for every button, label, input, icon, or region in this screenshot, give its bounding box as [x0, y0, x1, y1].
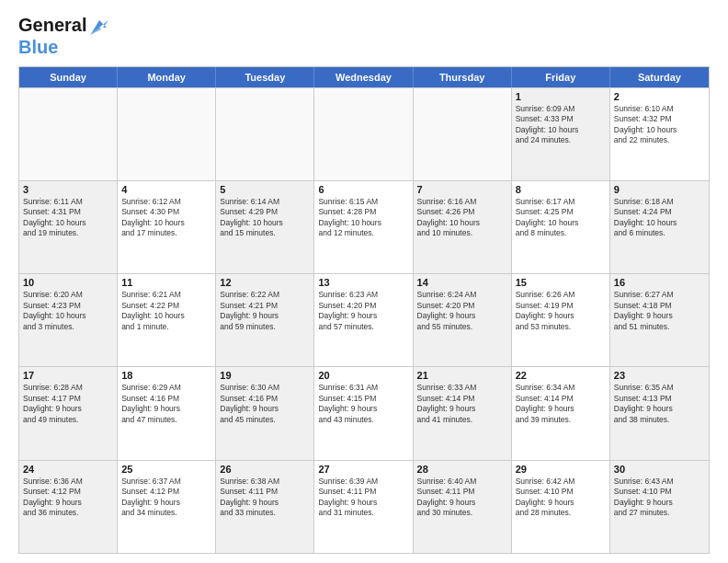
cell-info: Sunrise: 6:42 AM Sunset: 4:10 PM Dayligh… — [516, 477, 606, 519]
day-number: 19 — [220, 370, 310, 381]
logo-icon — [88, 17, 110, 37]
cal-cell: 25Sunrise: 6:37 AM Sunset: 4:12 PM Dayli… — [118, 461, 216, 553]
day-number: 16 — [614, 277, 705, 288]
cell-info: Sunrise: 6:37 AM Sunset: 4:12 PM Dayligh… — [121, 477, 211, 519]
day-number: 27 — [318, 464, 408, 475]
calendar-header: SundayMondayTuesdayWednesdayThursdayFrid… — [19, 67, 709, 87]
cell-info: Sunrise: 6:17 AM Sunset: 4:25 PM Dayligh… — [516, 197, 606, 239]
cal-cell: 17Sunrise: 6:28 AM Sunset: 4:17 PM Dayli… — [19, 367, 118, 459]
day-number: 22 — [516, 370, 606, 381]
day-number: 6 — [318, 184, 408, 195]
cell-info: Sunrise: 6:31 AM Sunset: 4:15 PM Dayligh… — [318, 383, 408, 425]
cal-cell — [216, 88, 314, 180]
cal-cell: 3Sunrise: 6:11 AM Sunset: 4:31 PM Daylig… — [19, 181, 118, 273]
cal-cell: 26Sunrise: 6:38 AM Sunset: 4:11 PM Dayli… — [216, 461, 314, 553]
cal-cell: 21Sunrise: 6:33 AM Sunset: 4:14 PM Dayli… — [414, 367, 512, 459]
cal-cell: 23Sunrise: 6:35 AM Sunset: 4:13 PM Dayli… — [610, 367, 709, 459]
cal-cell: 19Sunrise: 6:30 AM Sunset: 4:16 PM Dayli… — [216, 367, 314, 459]
cal-cell: 7Sunrise: 6:16 AM Sunset: 4:26 PM Daylig… — [414, 181, 512, 273]
cell-info: Sunrise: 6:35 AM Sunset: 4:13 PM Dayligh… — [614, 383, 705, 425]
day-number: 2 — [614, 91, 705, 102]
cell-info: Sunrise: 6:18 AM Sunset: 4:24 PM Dayligh… — [614, 197, 705, 239]
header-day-wednesday: Wednesday — [314, 67, 413, 87]
day-number: 13 — [318, 277, 408, 288]
header-day-thursday: Thursday — [414, 67, 512, 87]
cal-cell: 4Sunrise: 6:12 AM Sunset: 4:30 PM Daylig… — [118, 181, 216, 273]
day-number: 30 — [614, 464, 705, 475]
day-number: 3 — [23, 184, 113, 195]
calendar-row-3: 17Sunrise: 6:28 AM Sunset: 4:17 PM Dayli… — [19, 366, 709, 459]
cal-cell: 6Sunrise: 6:15 AM Sunset: 4:28 PM Daylig… — [314, 181, 413, 273]
cell-info: Sunrise: 6:10 AM Sunset: 4:32 PM Dayligh… — [614, 104, 705, 146]
header-day-sunday: Sunday — [19, 67, 118, 87]
logo: General Blue — [18, 15, 110, 57]
cell-info: Sunrise: 6:33 AM Sunset: 4:14 PM Dayligh… — [417, 383, 507, 425]
cell-info: Sunrise: 6:43 AM Sunset: 4:10 PM Dayligh… — [614, 477, 705, 519]
header-day-saturday: Saturday — [610, 67, 709, 87]
day-number: 24 — [23, 464, 113, 475]
cell-info: Sunrise: 6:30 AM Sunset: 4:16 PM Dayligh… — [220, 383, 310, 425]
calendar-row-0: 1Sunrise: 6:09 AM Sunset: 4:33 PM Daylig… — [19, 87, 709, 180]
day-number: 12 — [220, 277, 310, 288]
cell-info: Sunrise: 6:22 AM Sunset: 4:21 PM Dayligh… — [220, 290, 310, 332]
header-day-monday: Monday — [118, 67, 216, 87]
cal-cell: 28Sunrise: 6:40 AM Sunset: 4:11 PM Dayli… — [414, 461, 512, 553]
cal-cell: 11Sunrise: 6:21 AM Sunset: 4:22 PM Dayli… — [118, 274, 216, 366]
cal-cell: 5Sunrise: 6:14 AM Sunset: 4:29 PM Daylig… — [216, 181, 314, 273]
day-number: 28 — [417, 464, 507, 475]
cal-cell: 1Sunrise: 6:09 AM Sunset: 4:33 PM Daylig… — [512, 88, 610, 180]
cal-cell: 12Sunrise: 6:22 AM Sunset: 4:21 PM Dayli… — [216, 274, 314, 366]
page: General Blue SundayMondayTuesdayWednesda… — [0, 0, 728, 563]
day-number: 15 — [516, 277, 606, 288]
cal-cell — [414, 88, 512, 180]
day-number: 1 — [516, 91, 606, 102]
day-number: 21 — [417, 370, 507, 381]
cal-cell: 10Sunrise: 6:20 AM Sunset: 4:23 PM Dayli… — [19, 274, 118, 366]
cell-info: Sunrise: 6:39 AM Sunset: 4:11 PM Dayligh… — [318, 477, 408, 519]
cell-info: Sunrise: 6:11 AM Sunset: 4:31 PM Dayligh… — [23, 197, 113, 239]
cell-info: Sunrise: 6:24 AM Sunset: 4:20 PM Dayligh… — [417, 290, 507, 332]
day-number: 14 — [417, 277, 507, 288]
logo-text: General — [18, 15, 110, 37]
cell-info: Sunrise: 6:20 AM Sunset: 4:23 PM Dayligh… — [23, 290, 113, 332]
day-number: 11 — [121, 277, 211, 288]
day-number: 5 — [220, 184, 310, 195]
cal-cell: 8Sunrise: 6:17 AM Sunset: 4:25 PM Daylig… — [512, 181, 610, 273]
cell-info: Sunrise: 6:26 AM Sunset: 4:19 PM Dayligh… — [516, 290, 606, 332]
day-number: 7 — [417, 184, 507, 195]
cal-cell: 18Sunrise: 6:29 AM Sunset: 4:16 PM Dayli… — [118, 367, 216, 459]
cell-info: Sunrise: 6:38 AM Sunset: 4:11 PM Dayligh… — [220, 477, 310, 519]
day-number: 25 — [121, 464, 211, 475]
cell-info: Sunrise: 6:27 AM Sunset: 4:18 PM Dayligh… — [614, 290, 705, 332]
day-number: 26 — [220, 464, 310, 475]
cell-info: Sunrise: 6:15 AM Sunset: 4:28 PM Dayligh… — [318, 197, 408, 239]
header-day-tuesday: Tuesday — [216, 67, 314, 87]
cell-info: Sunrise: 6:28 AM Sunset: 4:17 PM Dayligh… — [23, 383, 113, 425]
cal-cell: 24Sunrise: 6:36 AM Sunset: 4:12 PM Dayli… — [19, 461, 118, 553]
cell-info: Sunrise: 6:12 AM Sunset: 4:30 PM Dayligh… — [121, 197, 211, 239]
cal-cell — [19, 88, 118, 180]
logo-blue: Blue — [18, 37, 110, 57]
cell-info: Sunrise: 6:40 AM Sunset: 4:11 PM Dayligh… — [417, 477, 507, 519]
cell-info: Sunrise: 6:09 AM Sunset: 4:33 PM Dayligh… — [516, 104, 606, 146]
cell-info: Sunrise: 6:23 AM Sunset: 4:20 PM Dayligh… — [318, 290, 408, 332]
cell-info: Sunrise: 6:14 AM Sunset: 4:29 PM Dayligh… — [220, 197, 310, 239]
cal-cell: 16Sunrise: 6:27 AM Sunset: 4:18 PM Dayli… — [610, 274, 709, 366]
cal-cell: 9Sunrise: 6:18 AM Sunset: 4:24 PM Daylig… — [610, 181, 709, 273]
cal-cell: 13Sunrise: 6:23 AM Sunset: 4:20 PM Dayli… — [314, 274, 413, 366]
header: General Blue — [18, 15, 710, 57]
calendar-row-4: 24Sunrise: 6:36 AM Sunset: 4:12 PM Dayli… — [19, 460, 709, 553]
day-number: 9 — [614, 184, 705, 195]
day-number: 20 — [318, 370, 408, 381]
day-number: 18 — [121, 370, 211, 381]
cell-info: Sunrise: 6:21 AM Sunset: 4:22 PM Dayligh… — [121, 290, 211, 332]
cal-cell — [118, 88, 216, 180]
cell-info: Sunrise: 6:29 AM Sunset: 4:16 PM Dayligh… — [121, 383, 211, 425]
cal-cell: 22Sunrise: 6:34 AM Sunset: 4:14 PM Dayli… — [512, 367, 610, 459]
cal-cell: 14Sunrise: 6:24 AM Sunset: 4:20 PM Dayli… — [414, 274, 512, 366]
day-number: 29 — [516, 464, 606, 475]
calendar-body: 1Sunrise: 6:09 AM Sunset: 4:33 PM Daylig… — [19, 87, 709, 553]
day-number: 4 — [121, 184, 211, 195]
cal-cell: 15Sunrise: 6:26 AM Sunset: 4:19 PM Dayli… — [512, 274, 610, 366]
cal-cell — [314, 88, 413, 180]
